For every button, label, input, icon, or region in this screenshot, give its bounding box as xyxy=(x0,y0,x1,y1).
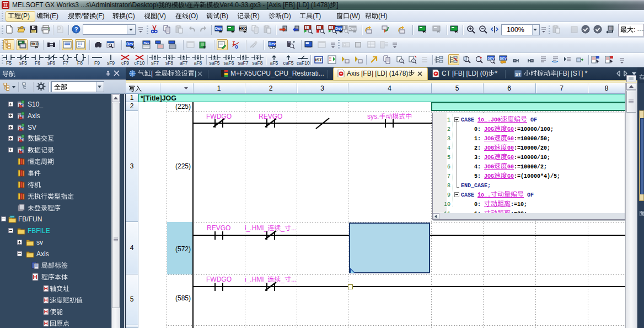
svg-text:3:: 3: xyxy=(474,154,481,161)
svg-text:REVGO: REVGO xyxy=(207,224,230,232)
svg-text::=10000/10;: :=10000/10; xyxy=(514,154,550,161)
svg-text:_: _ xyxy=(280,276,285,283)
svg-text:DEV: DEV xyxy=(500,57,506,60)
svg-text:?: ? xyxy=(74,26,78,33)
svg-text:5: 5 xyxy=(447,154,450,161)
svg-text:O: O xyxy=(235,45,238,49)
svg-text:...: ... xyxy=(291,224,297,232)
svg-text:HKO: HKO xyxy=(239,27,246,30)
svg-text:(B): (B) xyxy=(219,12,228,20)
svg-text:(O): (O) xyxy=(189,12,198,20)
svg-text:sys.: sys. xyxy=(367,113,379,120)
svg-text:Ver4.0-33.gx3 - [Axis [FB] [LD: Ver4.0-33.gx3 - [Axis [FB] [LD] (1478) xyxy=(219,1,330,9)
svg-text:...: ... xyxy=(291,276,297,283)
svg-text:4:: 4: xyxy=(474,163,481,170)
svg-text:7: 7 xyxy=(447,173,450,179)
svg-text:9: 9 xyxy=(447,192,450,198)
svg-text:Axis: Axis xyxy=(28,112,40,120)
svg-text:OF: OF xyxy=(530,117,537,123)
svg-text:CASE: CASE xyxy=(461,117,474,123)
svg-text:CASE: CASE xyxy=(461,192,474,198)
svg-text:(D): (D) xyxy=(282,12,291,20)
svg-text:]: ] xyxy=(336,1,338,9)
svg-text:ST: ST xyxy=(515,72,520,77)
svg-text:6: 6 xyxy=(447,163,450,170)
svg-text:\: \ xyxy=(185,1,187,9)
svg-text:Dev: Dev xyxy=(335,27,342,30)
svg-text:(P): (P) xyxy=(21,12,30,20)
svg-text:4: 4 xyxy=(447,145,450,151)
svg-text:(T): (T) xyxy=(313,12,321,20)
svg-text:FWDGO: FWDGO xyxy=(206,276,232,283)
svg-text:8: 8 xyxy=(447,182,450,189)
svg-text:(H): (H) xyxy=(378,12,388,20)
svg-text:Axis: Axis xyxy=(36,250,49,258)
svg-text:DEV: DEV xyxy=(487,57,494,60)
svg-text:1:: 1: xyxy=(474,135,481,142)
svg-text::=10000/2;: :=10000/2; xyxy=(514,163,547,170)
svg-text:(E): (E) xyxy=(50,12,58,20)
svg-text:*: * xyxy=(495,70,497,77)
svg-text:Axis [FB] [LD] (1478): Axis [FB] [LD] (1478) xyxy=(347,70,408,77)
svg-text:CT [FB] [LD] (0): CT [FB] [LD] (0) xyxy=(442,70,488,77)
svg-text:FBFILE: FBFILE xyxy=(28,227,50,235)
svg-text::=10;: :=10; xyxy=(511,201,527,208)
svg-text::=(10000*4)/5;: :=(10000*4)/5; xyxy=(514,173,560,179)
svg-text:END_CASE;: END_CASE; xyxy=(461,182,491,189)
svg-text:MELSOFT GX Works3 ...s\Adminis: MELSOFT GX Works3 ...s\Administrator\Des… xyxy=(12,1,159,9)
svg-text:Dev: Dev xyxy=(349,27,356,30)
svg-text:OF: OF xyxy=(527,192,534,198)
svg-text:10: 10 xyxy=(444,201,450,208)
svg-text:(F): (F) xyxy=(96,12,104,20)
svg-text:Dev: Dev xyxy=(126,42,133,46)
svg-text::=10000/20;: :=10000/20; xyxy=(514,145,550,151)
svg-text:Dev: Dev xyxy=(269,42,276,46)
svg-text:_: _ xyxy=(280,224,285,232)
svg-text:]: ] xyxy=(195,70,196,77)
svg-text:2: 2 xyxy=(447,126,450,133)
svg-text:S10_: S10_ xyxy=(28,100,43,108)
svg-text:[FB] [ST] *: [FB] [ST] * xyxy=(557,70,588,77)
svg-text:2:: 2: xyxy=(474,145,481,151)
svg-text::=10000/50;: :=10000/50; xyxy=(514,135,550,142)
svg-text:FB/FUN: FB/FUN xyxy=(18,215,42,223)
svg-text:(C): (C) xyxy=(126,12,135,20)
svg-text:0:: 0: xyxy=(474,126,481,133)
svg-text:(R): (R) xyxy=(250,12,260,20)
svg-text:1: 1 xyxy=(447,117,450,123)
svg-text:sv: sv xyxy=(36,239,43,246)
svg-text:5:: 5: xyxy=(474,173,481,179)
svg-text:IST: IST xyxy=(315,57,323,62)
svg-text:/: / xyxy=(81,12,83,20)
svg-text:(W): (W) xyxy=(350,12,360,20)
svg-text:: ---: : --- xyxy=(634,26,644,34)
svg-text::=10000/100;: :=10000/100; xyxy=(514,126,554,133)
svg-text:HKO: HKO xyxy=(30,42,38,46)
svg-text:[: [ xyxy=(151,70,153,77)
svg-text:Dev: Dev xyxy=(143,41,149,45)
svg-text:3: 3 xyxy=(447,135,450,142)
svg-text:SV: SV xyxy=(28,124,36,131)
svg-text:Dev: Dev xyxy=(215,27,222,30)
svg-text:0:: 0: xyxy=(474,201,481,208)
svg-text:M+FX5UCPU_CPU_Restorati...: M+FX5UCPU_CPU_Restorati... xyxy=(230,70,324,77)
svg-text:(V): (V) xyxy=(157,12,166,20)
